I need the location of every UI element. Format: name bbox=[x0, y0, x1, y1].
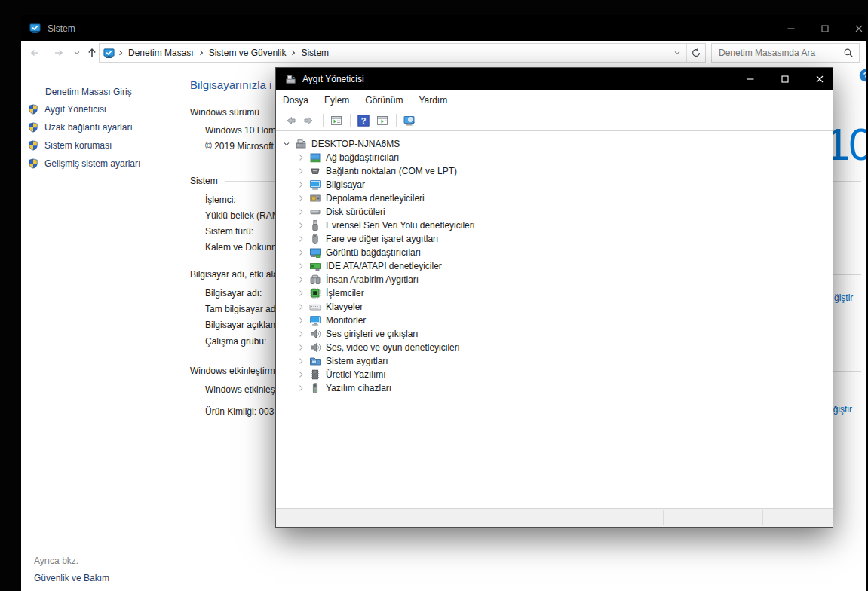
breadcrumb-item[interactable]: Sistem ve Güvenlik bbox=[206, 47, 290, 58]
section-label: Windows etkinleştirm bbox=[190, 366, 275, 376]
maximize-button[interactable] bbox=[804, 15, 838, 41]
tree-item-label: Klavyeler bbox=[326, 302, 363, 312]
dm-forward-button[interactable] bbox=[300, 112, 317, 129]
breadcrumb-item[interactable]: Denetim Masası bbox=[125, 47, 197, 58]
forward-button[interactable] bbox=[53, 47, 65, 59]
tree-item[interactable]: Depolama denetleyicileri bbox=[276, 191, 833, 205]
tree-item-label: Bilgisayar bbox=[326, 179, 365, 190]
tree-item[interactable]: Disk sürücüleri bbox=[276, 205, 833, 219]
menu-eylem[interactable]: Eylem bbox=[324, 95, 349, 106]
tree-item[interactable]: IDE ATA/ATAPI denetleyiciler bbox=[276, 259, 833, 273]
tree-collapsed-icon[interactable] bbox=[296, 180, 305, 189]
search-icon[interactable] bbox=[843, 47, 854, 58]
tree-item[interactable]: Bağlantı noktaları (COM ve LPT) bbox=[276, 164, 833, 178]
sidebar-task-link[interactable]: Gelişmiş sistem ayarları bbox=[28, 155, 140, 173]
tree-item[interactable]: Yazılım cihazları bbox=[276, 381, 833, 395]
firmware-icon bbox=[309, 369, 321, 381]
tree-collapsed-icon[interactable] bbox=[296, 329, 305, 338]
address-bar[interactable]: Denetim MasasıSistem ve GüvenlikSistem bbox=[99, 43, 706, 63]
tree-collapsed-icon[interactable] bbox=[296, 234, 305, 243]
tree-item-label: Sistem aygıtları bbox=[326, 356, 388, 366]
tree-item[interactable]: İşlemciler bbox=[276, 286, 833, 300]
caption-buttons bbox=[770, 15, 866, 41]
close-icon bbox=[814, 73, 826, 85]
tree-item[interactable]: Evrensel Seri Veri Yolu denetleyicileri bbox=[276, 219, 833, 232]
tree-item-label: Fare ve diğer işaret aygıtları bbox=[326, 234, 438, 244]
tree-collapsed-icon[interactable] bbox=[296, 275, 305, 284]
tree-item[interactable]: Üretici Yazılımı bbox=[276, 368, 833, 381]
tree-item-label: İşlemciler bbox=[326, 288, 364, 299]
menu-grnm[interactable]: Görünüm bbox=[365, 95, 403, 106]
tree-collapsed-icon[interactable] bbox=[296, 262, 305, 271]
search-input[interactable] bbox=[717, 47, 843, 59]
scan-hardware-button[interactable] bbox=[400, 112, 418, 129]
tree-collapsed-icon[interactable] bbox=[296, 384, 305, 393]
sidebar-home-link[interactable]: Denetim Masası Giriş bbox=[45, 87, 132, 97]
desktop: Sistem Denetim MasasıSistem ve GüvenlikS… bbox=[0, 0, 868, 591]
refresh-button[interactable] bbox=[687, 44, 705, 62]
tree-item[interactable]: Fare ve diğer işaret aygıtları bbox=[276, 232, 833, 246]
sidebar-task-label: Aygıt Yöneticisi bbox=[44, 104, 106, 115]
maximize-button[interactable] bbox=[763, 68, 798, 90]
tree-collapsed-icon[interactable] bbox=[296, 316, 305, 325]
tree-collapsed-icon[interactable] bbox=[296, 207, 305, 216]
tree-collapsed-icon[interactable] bbox=[296, 221, 305, 230]
tree-item[interactable]: Klavyeler bbox=[276, 300, 833, 314]
tree-item[interactable]: Ses, video ve oyun denetleyicileri bbox=[276, 341, 833, 354]
tree-expanded-icon[interactable] bbox=[282, 139, 291, 149]
security-maintenance-link[interactable]: Güvenlik ve Bakım bbox=[34, 573, 109, 583]
minimize-icon bbox=[785, 23, 797, 35]
tree-collapsed-icon[interactable] bbox=[296, 248, 305, 257]
tree-collapsed-icon[interactable] bbox=[296, 357, 305, 366]
up-button[interactable] bbox=[86, 47, 98, 59]
tree-item[interactable]: Ağ bağdaştırıcıları bbox=[276, 151, 833, 164]
change-settings-link-fragment[interactable]: ğiştir bbox=[834, 292, 853, 303]
sidebar-task-link[interactable]: Sistem koruması bbox=[28, 136, 140, 155]
sidebar-task-label: Sistem koruması bbox=[44, 140, 112, 151]
usb-icon bbox=[309, 219, 321, 231]
tree-item[interactable]: Ses girişleri ve çıkışları bbox=[276, 327, 833, 341]
tree-collapsed-icon[interactable] bbox=[296, 343, 305, 352]
sidebar-task-label: Gelişmiş sistem ayarları bbox=[44, 158, 140, 169]
minimize-button[interactable] bbox=[770, 15, 804, 41]
sidebar-task-link[interactable]: Aygıt Yöneticisi bbox=[28, 100, 140, 118]
minimize-button[interactable] bbox=[728, 68, 763, 90]
console-tree-icon bbox=[330, 115, 342, 127]
close-button[interactable] bbox=[798, 68, 833, 90]
disk-drive-icon bbox=[309, 206, 321, 218]
window-title: Sistem bbox=[48, 23, 75, 34]
tree-collapsed-icon[interactable] bbox=[296, 194, 305, 203]
toolbar-separator bbox=[396, 114, 397, 127]
breadcrumb-item[interactable]: Sistem bbox=[298, 47, 332, 58]
menu-dosya[interactable]: Dosya bbox=[283, 95, 308, 106]
back-button[interactable] bbox=[29, 47, 41, 59]
tree-item[interactable]: Sistem aygıtları bbox=[276, 354, 833, 368]
dm-forward-icon bbox=[303, 115, 315, 127]
tree-item[interactable]: DESKTOP-NJNA6MS bbox=[276, 137, 833, 151]
see-also-panel: Ayrıca bkz. Güvenlik ve Bakım bbox=[34, 556, 109, 583]
tree-item[interactable]: Görüntü bağdaştırıcıları bbox=[276, 246, 833, 259]
address-dropdown-button[interactable] bbox=[668, 44, 686, 62]
tree-collapsed-icon[interactable] bbox=[296, 167, 305, 176]
dm-back-button[interactable] bbox=[281, 112, 299, 129]
console-tree-button[interactable] bbox=[327, 112, 345, 129]
tree-collapsed-icon[interactable] bbox=[296, 289, 305, 298]
uac-shield-icon bbox=[28, 104, 38, 115]
tree-item[interactable]: Bilgisayar bbox=[276, 178, 833, 191]
sidebar-task-link[interactable]: Uzak bağlantı ayarları bbox=[28, 118, 140, 136]
recent-pages-chevron[interactable] bbox=[72, 48, 81, 57]
processor-icon bbox=[309, 287, 321, 299]
menu-yardm[interactable]: Yardım bbox=[419, 95, 447, 106]
tree-item[interactable]: Monitörler bbox=[276, 314, 833, 327]
tree-collapsed-icon[interactable] bbox=[296, 302, 305, 311]
tree-collapsed-icon[interactable] bbox=[296, 370, 305, 379]
help-button[interactable]: ? bbox=[859, 69, 866, 82]
close-button[interactable] bbox=[838, 15, 866, 41]
tree-item[interactable]: İnsan Arabirim Aygıtları bbox=[276, 273, 833, 286]
navigation-bar: Denetim MasasıSistem ve GüvenlikSistem bbox=[21, 41, 866, 64]
tree-item-label: Disk sürücüleri bbox=[326, 207, 385, 217]
dm-help-button[interactable]: ? bbox=[354, 112, 372, 129]
system-icon bbox=[29, 23, 41, 34]
tree-collapsed-icon[interactable] bbox=[296, 153, 305, 162]
properties-button[interactable] bbox=[373, 112, 391, 129]
